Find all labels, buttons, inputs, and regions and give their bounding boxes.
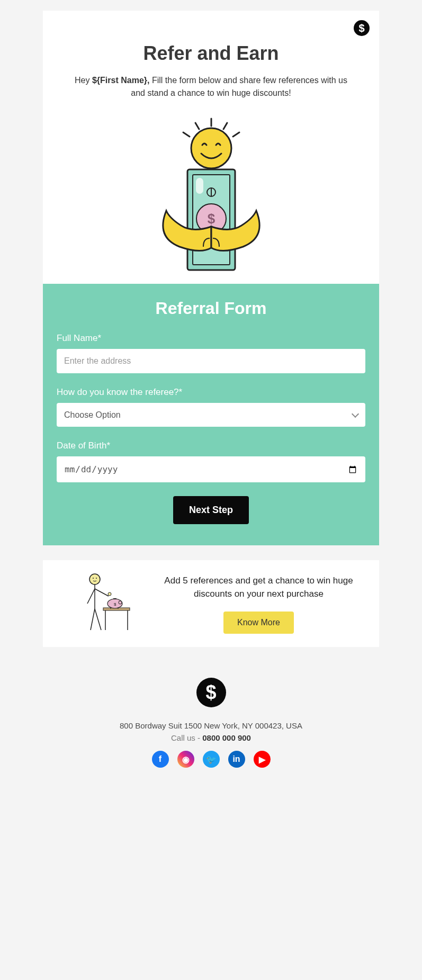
intro-prefix: Hey	[75, 76, 92, 85]
svg-line-19	[91, 609, 95, 630]
relation-group: How do you know the referee?* Choose Opt…	[57, 387, 365, 427]
instagram-icon[interactable]: ◉	[177, 751, 194, 768]
svg-line-1	[195, 123, 199, 129]
dollar-logo-icon: $	[354, 20, 370, 36]
header-section: $ Refer and Earn Hey ${First Name}, Fill…	[43, 11, 379, 284]
main-card: $ Refer and Earn Hey ${First Name}, Fill…	[43, 11, 379, 545]
know-more-button[interactable]: Know More	[223, 612, 294, 634]
svg-point-27	[119, 601, 122, 604]
form-title: Referral Form	[57, 299, 365, 318]
referral-form-section: Referral Form Full Name* How do you know…	[43, 284, 379, 545]
relation-label: How do you know the referee?*	[57, 387, 365, 398]
svg-line-4	[233, 132, 239, 137]
social-links: f ◉ 🐦 in ▶	[53, 751, 369, 768]
linkedin-icon[interactable]: in	[228, 751, 245, 768]
intro-name-placeholder: ${First Name},	[92, 76, 150, 85]
svg-line-17	[95, 589, 109, 596]
svg-line-18	[87, 589, 95, 604]
dob-group: Date of Birth*	[57, 440, 365, 482]
svg-text:$: $	[114, 602, 116, 607]
promo-card: $ Add 5 references and get a chance to w…	[43, 560, 379, 647]
svg-rect-8	[196, 178, 203, 194]
svg-text:$: $	[207, 211, 215, 227]
dob-label: Date of Birth*	[57, 440, 365, 451]
relation-select[interactable]: Choose Option	[57, 403, 365, 427]
piggy-bank-stick-figure-icon: $	[80, 572, 133, 635]
relation-select-wrap: Choose Option	[57, 403, 365, 427]
facebook-icon[interactable]: f	[152, 751, 169, 768]
svg-line-3	[183, 132, 190, 137]
hero-illustration: $	[64, 110, 358, 284]
full-name-group: Full Name*	[57, 333, 365, 373]
svg-rect-26	[113, 598, 116, 599]
page-title: Refer and Earn	[64, 42, 358, 65]
phone-number: 0800 000 900	[202, 733, 251, 742]
full-name-label: Full Name*	[57, 333, 365, 344]
intro-text: Hey ${First Name}, Fill the form below a…	[68, 74, 354, 100]
phone-prefix: Call us -	[171, 733, 202, 742]
svg-point-15	[96, 578, 97, 579]
svg-point-13	[89, 574, 100, 585]
footer-address: 800 Bordway Suit 1500 New York, NY 00042…	[53, 721, 369, 730]
intro-rest: Fill the form below and share few refere…	[131, 76, 347, 97]
svg-point-14	[93, 578, 94, 579]
promo-text: Add 5 references and get a chance to win…	[159, 574, 358, 601]
youtube-icon[interactable]: ▶	[254, 751, 271, 768]
footer-dollar-logo-icon: $	[196, 678, 226, 707]
footer: $ 800 Bordway Suit 1500 New York, NY 000…	[43, 662, 379, 799]
dob-input[interactable]	[57, 456, 365, 482]
svg-line-20	[95, 609, 101, 630]
svg-point-5	[191, 128, 231, 168]
money-hug-icon: $	[150, 115, 272, 274]
promo-content: Add 5 references and get a chance to win…	[154, 574, 363, 634]
full-name-input[interactable]	[57, 349, 365, 373]
next-step-button[interactable]: Next Step	[173, 496, 249, 524]
footer-phone: Call us - 0800 000 900	[53, 733, 369, 742]
svg-point-21	[108, 592, 111, 596]
twitter-icon[interactable]: 🐦	[203, 751, 220, 768]
svg-line-2	[223, 123, 227, 129]
promo-illustration: $	[59, 572, 154, 635]
